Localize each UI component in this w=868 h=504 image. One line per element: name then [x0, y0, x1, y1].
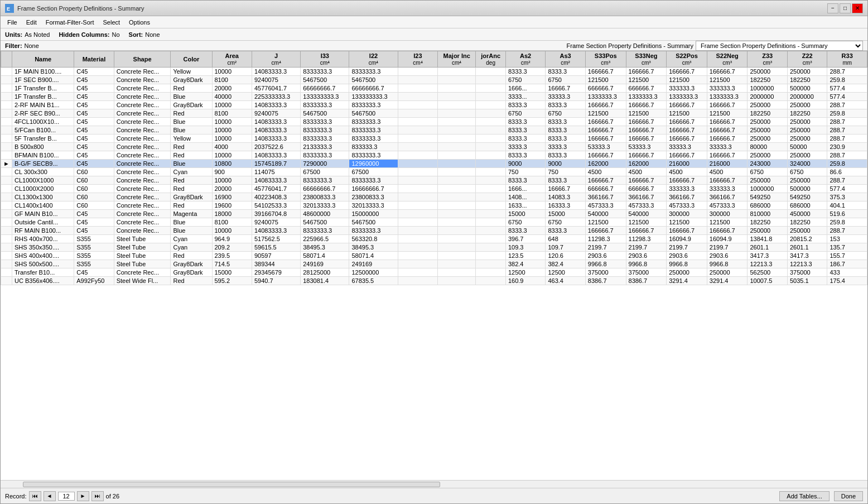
done-button[interactable]: Done: [834, 491, 863, 501]
table-cell[interactable]: 6750: [505, 218, 545, 227]
table-cell[interactable]: 8333.3: [505, 68, 545, 76]
table-cell[interactable]: C45: [74, 109, 114, 118]
table-cell[interactable]: 1F SEC B900....: [12, 76, 74, 84]
table-cell[interactable]: 153: [827, 235, 867, 243]
table-cell[interactable]: 10000: [212, 151, 252, 160]
table-cell[interactable]: 186.7: [827, 260, 867, 268]
table-cell[interactable]: Yellow: [171, 68, 212, 76]
table-cell[interactable]: [476, 193, 506, 201]
table-cell[interactable]: 225966.5: [301, 235, 349, 243]
table-row[interactable]: UC B356x406....A992Fy50Steel Wide Fl...R…: [1, 277, 867, 285]
table-cell[interactable]: 53333.3: [585, 143, 626, 151]
table-cell[interactable]: 1666...: [505, 185, 545, 193]
col-header-s22neg[interactable]: S22Negcm³: [707, 51, 748, 68]
table-row[interactable]: 1F Transfer B...C45Concrete Rec...Red200…: [1, 84, 867, 93]
table-cell[interactable]: 182250: [748, 76, 787, 84]
table-cell[interactable]: 577.4: [827, 185, 867, 193]
table-cell[interactable]: 166666.7: [667, 126, 707, 135]
table-cell[interactable]: 12213.3: [787, 260, 827, 268]
table-cell[interactable]: 183081.4: [301, 277, 349, 285]
table-cell[interactable]: 20000: [212, 84, 252, 93]
table-cell[interactable]: 1333333.3: [585, 93, 626, 101]
table-cell[interactable]: 2000000: [748, 93, 787, 101]
table-cell[interactable]: [438, 135, 476, 143]
table-cell[interactable]: 10007.5: [748, 277, 787, 285]
table-cell[interactable]: Cyan: [171, 235, 212, 243]
table-cell[interactable]: 8333.3: [546, 176, 585, 185]
table-cell[interactable]: 10000: [212, 126, 252, 135]
table-cell[interactable]: 250000: [787, 126, 827, 135]
table-cell[interactable]: [476, 135, 506, 143]
table-cell[interactable]: 577.4: [827, 93, 867, 101]
table-cell[interactable]: 166666.7: [585, 227, 626, 235]
table-cell[interactable]: 9240075: [252, 218, 300, 227]
table-cell[interactable]: [398, 235, 437, 243]
table-cell[interactable]: 10000: [212, 118, 252, 126]
col-header-j[interactable]: Jcm⁴: [252, 51, 300, 68]
table-cell[interactable]: 59615.5: [252, 243, 300, 252]
col-header-as2[interactable]: As2cm²: [505, 51, 545, 68]
table-cell[interactable]: [438, 118, 476, 126]
table-cell[interactable]: 519.6: [827, 210, 867, 218]
table-cell[interactable]: Red: [171, 109, 212, 118]
table-cell[interactable]: 109.7: [546, 243, 585, 252]
table-cell[interactable]: 80000: [748, 143, 787, 151]
table-cell[interactable]: 166666.7: [626, 126, 667, 135]
table-cell[interactable]: [1, 235, 12, 243]
table-cell[interactable]: 230.9: [827, 143, 867, 151]
table-cell[interactable]: 166666.7: [667, 176, 707, 185]
table-cell[interactable]: 10000: [212, 68, 252, 76]
table-cell[interactable]: 90597: [252, 252, 300, 260]
table-cell[interactable]: Concrete Rec...: [114, 176, 171, 185]
table-cell[interactable]: [398, 68, 437, 76]
table-cell[interactable]: 8100: [212, 109, 252, 118]
table-cell[interactable]: 16666.7: [546, 185, 585, 193]
table-cell[interactable]: 2199.7: [707, 243, 748, 252]
table-cell[interactable]: [476, 227, 506, 235]
table-cell[interactable]: 1F MAIN B100....: [12, 68, 74, 76]
table-cell[interactable]: [1, 109, 12, 118]
table-cell[interactable]: 67500: [349, 168, 398, 176]
table-cell[interactable]: 33333.3: [707, 143, 748, 151]
table-cell[interactable]: [476, 235, 506, 243]
table-cell[interactable]: [398, 277, 437, 285]
table-cell[interactable]: C60: [74, 176, 114, 185]
table-cell[interactable]: 121500: [585, 218, 626, 227]
table-cell[interactable]: 53333.3: [626, 143, 667, 151]
table-cell[interactable]: 288.7: [827, 176, 867, 185]
table-cell[interactable]: [398, 268, 437, 277]
table-cell[interactable]: 3333.3: [505, 143, 545, 151]
table-cell[interactable]: Concrete Rec...: [114, 218, 171, 227]
table-cell[interactable]: 382.4: [546, 260, 585, 268]
table-cell[interactable]: 8386.7: [585, 277, 626, 285]
table-cell[interactable]: [438, 260, 476, 268]
table-cell[interactable]: 40000: [212, 93, 252, 101]
table-cell[interactable]: 175.4: [827, 277, 867, 285]
table-cell[interactable]: [438, 252, 476, 260]
table-cell[interactable]: Steel Tube: [114, 260, 171, 268]
col-header-major-inc[interactable]: Major Inccm⁴: [438, 51, 476, 68]
table-cell[interactable]: 66666666.7: [301, 185, 349, 193]
table-cell[interactable]: 166666.7: [707, 68, 748, 76]
table-cell[interactable]: 500000: [787, 185, 827, 193]
table-cell[interactable]: 2199.7: [667, 243, 707, 252]
table-cell[interactable]: 14083.3: [546, 193, 585, 201]
table-cell[interactable]: 8100: [212, 218, 252, 227]
table-cell[interactable]: 250000: [787, 68, 827, 76]
table-cell[interactable]: [438, 201, 476, 210]
table-cell[interactable]: 4500: [667, 168, 707, 176]
table-cell[interactable]: 2-RF MAIN B1...: [12, 101, 74, 109]
table-cell[interactable]: 121500: [585, 109, 626, 118]
table-cell[interactable]: 5467500: [301, 109, 349, 118]
table-cell[interactable]: Gray8Dark: [171, 193, 212, 201]
table-cell[interactable]: 259.8: [827, 109, 867, 118]
table-cell[interactable]: [398, 101, 437, 109]
restore-button[interactable]: □: [840, 3, 851, 13]
table-cell[interactable]: [476, 109, 506, 118]
table-cell[interactable]: Concrete Rec...: [114, 185, 171, 193]
table-cell[interactable]: 50000: [787, 143, 827, 151]
table-cell[interactable]: [438, 84, 476, 93]
table-cell[interactable]: 366166.7: [585, 193, 626, 201]
table-cell[interactable]: 40223408.3: [252, 193, 300, 201]
table-cell[interactable]: 8333333.3: [349, 176, 398, 185]
